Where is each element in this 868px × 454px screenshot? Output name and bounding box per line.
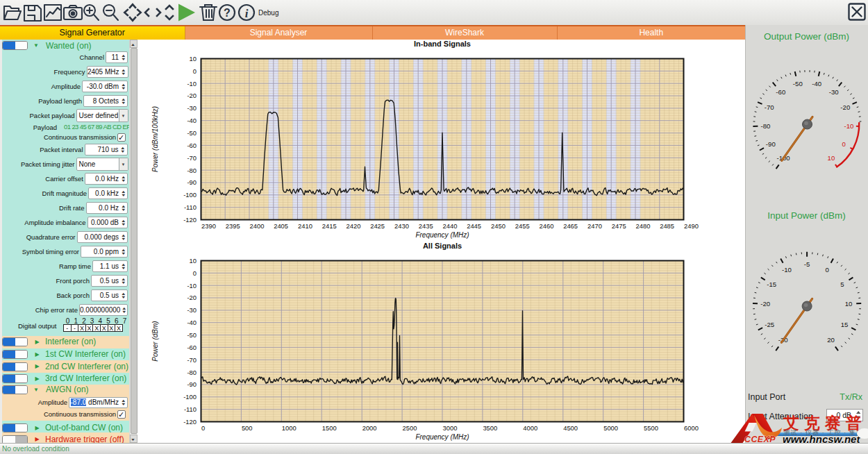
svg-text:-70: -70 xyxy=(765,103,774,111)
svg-text:-100: -100 xyxy=(183,191,197,199)
svg-text:15: 15 xyxy=(841,321,849,328)
svg-text:-10: -10 xyxy=(782,266,792,274)
svg-text:2400: 2400 xyxy=(250,222,265,230)
svg-text:-20: -20 xyxy=(760,300,770,308)
svg-text:Output Power (dBm): Output Power (dBm) xyxy=(764,31,849,42)
svg-text:2480: 2480 xyxy=(636,222,651,230)
svg-text:-80: -80 xyxy=(187,369,197,376)
svg-text:-70: -70 xyxy=(187,154,197,162)
svg-text:In-band Signals: In-band Signals xyxy=(414,40,471,48)
svg-text:-120: -120 xyxy=(183,216,197,224)
svg-text:2000: 2000 xyxy=(362,424,377,432)
svg-text:-80: -80 xyxy=(187,167,197,174)
svg-text:2490: 2490 xyxy=(684,222,699,230)
svg-text:2450: 2450 xyxy=(491,222,506,230)
svg-text:4500: 4500 xyxy=(563,424,578,432)
svg-text:2500: 2500 xyxy=(403,424,417,432)
svg-text:2405: 2405 xyxy=(274,222,288,230)
svg-text:Frequency (MHz): Frequency (MHz) xyxy=(415,231,469,239)
svg-text:2455: 2455 xyxy=(515,222,530,230)
svg-text:10: 10 xyxy=(828,154,835,162)
svg-text:i: i xyxy=(245,7,249,20)
svg-text:Power (dBm): Power (dBm) xyxy=(151,321,159,361)
svg-text:1000: 1000 xyxy=(282,424,297,432)
svg-text:-110: -110 xyxy=(184,405,197,413)
svg-text:5000: 5000 xyxy=(603,424,618,432)
svg-text:-60: -60 xyxy=(187,142,197,149)
svg-text:10: 10 xyxy=(190,55,197,62)
svg-text:3000: 3000 xyxy=(443,424,458,432)
svg-text:0: 0 xyxy=(826,266,829,274)
svg-text:-50: -50 xyxy=(187,331,197,339)
svg-text:-5: -5 xyxy=(804,260,810,268)
svg-text:3500: 3500 xyxy=(483,424,497,432)
svg-text:-20: -20 xyxy=(187,92,197,99)
svg-text:-100: -100 xyxy=(183,393,197,401)
svg-text:0: 0 xyxy=(193,67,197,75)
svg-text:2470: 2470 xyxy=(587,222,602,230)
svg-text:6000: 6000 xyxy=(684,424,699,432)
svg-text:2440: 2440 xyxy=(443,222,458,230)
svg-text:-50: -50 xyxy=(187,129,197,137)
svg-text:-30: -30 xyxy=(187,306,197,314)
svg-text:-120: -120 xyxy=(183,418,197,426)
svg-text:10: 10 xyxy=(190,257,197,264)
svg-text:-90: -90 xyxy=(766,140,776,148)
svg-text:2445: 2445 xyxy=(467,222,481,230)
svg-text:-40: -40 xyxy=(187,117,197,124)
svg-text:-20: -20 xyxy=(840,103,850,111)
svg-text:0: 0 xyxy=(842,140,846,148)
svg-text:Power (dBm/100kHz): Power (dBm/100kHz) xyxy=(151,106,159,172)
svg-text:2465: 2465 xyxy=(563,222,578,230)
svg-text:-60: -60 xyxy=(776,88,785,96)
svg-text:0: 0 xyxy=(193,269,197,277)
svg-text:-20: -20 xyxy=(187,294,197,301)
svg-text:-30: -30 xyxy=(829,88,839,96)
svg-text:-10: -10 xyxy=(187,80,197,87)
svg-text:2415: 2415 xyxy=(322,222,337,230)
svg-text:-30: -30 xyxy=(187,104,197,112)
svg-text:-15: -15 xyxy=(767,280,776,288)
svg-text:-40: -40 xyxy=(187,319,197,326)
svg-text:2410: 2410 xyxy=(298,222,312,230)
svg-text:2425: 2425 xyxy=(370,222,385,230)
svg-text:4000: 4000 xyxy=(523,424,537,432)
svg-text:Input Power (dBm): Input Power (dBm) xyxy=(767,210,846,221)
svg-text:?: ? xyxy=(224,7,231,19)
svg-text:-25: -25 xyxy=(765,321,774,328)
svg-text:CCEXP: CCEXP xyxy=(744,435,776,444)
svg-text:2390: 2390 xyxy=(201,222,216,230)
svg-text:20: 20 xyxy=(827,336,835,344)
svg-text:5500: 5500 xyxy=(644,424,658,432)
svg-text:2395: 2395 xyxy=(226,222,240,230)
svg-text:Debug: Debug xyxy=(258,9,278,17)
svg-text:All Signals: All Signals xyxy=(423,242,462,250)
svg-text:2475: 2475 xyxy=(612,222,626,230)
svg-text:-10: -10 xyxy=(844,122,854,130)
svg-text:2485: 2485 xyxy=(660,222,674,230)
svg-text:1500: 1500 xyxy=(322,424,337,432)
svg-text:-110: -110 xyxy=(184,203,197,211)
svg-text:www.hncsw.net: www.hncsw.net xyxy=(783,433,860,445)
svg-text:2435: 2435 xyxy=(419,222,433,230)
svg-text:500: 500 xyxy=(242,424,253,432)
svg-text:2460: 2460 xyxy=(540,222,554,230)
svg-text:-50: -50 xyxy=(793,80,803,87)
svg-text:-70: -70 xyxy=(187,356,197,364)
svg-text:0: 0 xyxy=(201,424,205,432)
svg-text:5: 5 xyxy=(840,280,844,288)
svg-text:2420: 2420 xyxy=(347,222,361,230)
svg-text:10: 10 xyxy=(845,300,853,308)
svg-text:-60: -60 xyxy=(187,344,197,351)
svg-text:-90: -90 xyxy=(187,178,197,186)
svg-text:-80: -80 xyxy=(761,122,771,130)
svg-text:2430: 2430 xyxy=(394,222,409,230)
svg-text:-90: -90 xyxy=(187,380,197,388)
svg-text:Frequency (MHz): Frequency (MHz) xyxy=(415,433,469,441)
svg-text:-10: -10 xyxy=(187,282,197,289)
svg-text:-40: -40 xyxy=(812,80,821,87)
